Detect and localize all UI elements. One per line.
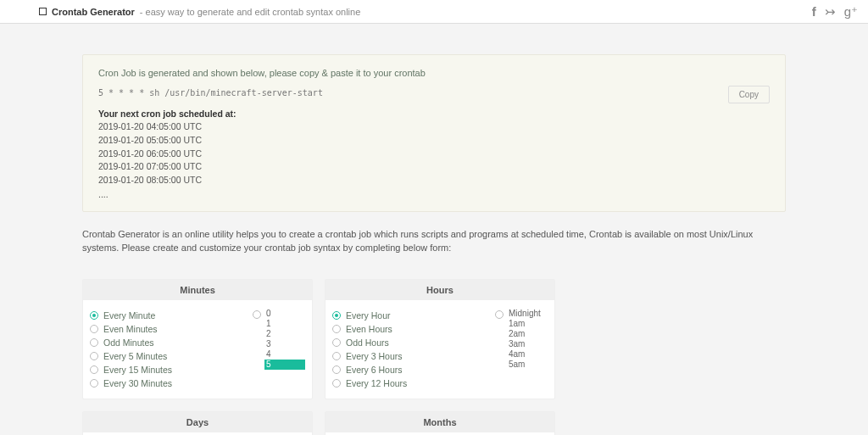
topbar: Crontab Generator - easy way to generate… [0,0,868,24]
hours-value-item[interactable]: 2am [507,329,548,339]
facebook-icon[interactable]: f [812,4,816,19]
hours-option[interactable]: Every 6 Hours [332,363,490,376]
app-subtitle: - easy way to generate and edit crontab … [140,7,361,17]
schedule-entry: 2019-01-20 06:05:00 UTC [98,148,770,161]
minutes-option[interactable]: Even Minutes [90,322,248,336]
hours-option-label: Every 3 Hours [346,351,403,361]
hours-panel: HoursEvery HourEven HoursOdd HoursEvery … [325,279,555,399]
minutes-value-item[interactable]: 4 [264,349,305,360]
radio-icon[interactable] [332,338,341,347]
hours-value-item[interactable]: 4am [507,349,548,360]
minutes-value-item[interactable]: 5 [264,360,305,370]
minutes-panel: MinutesEvery MinuteEven MinutesOdd Minut… [82,279,313,399]
hours-list-radio[interactable] [495,310,504,319]
radio-icon[interactable] [332,365,341,374]
minutes-value-item[interactable]: 0 [264,309,305,319]
months-panel: MonthsEvery MonthEven MonthsOdd MonthsEv… [325,411,555,435]
twitter-icon[interactable]: ↣ [825,4,836,20]
radio-icon[interactable] [332,379,341,388]
hours-option[interactable]: Odd Hours [332,336,490,349]
days-panel: DaysEvery DayEven DaysOdd DaysEvery 5 Da… [82,411,313,435]
hours-value-item[interactable]: 1am [507,319,548,329]
radio-icon[interactable] [90,365,98,374]
hours-option-label: Even Hours [346,324,392,334]
intro-text: Crontab Generator is an online utility h… [82,227,786,255]
schedule-ellipsis: .... [98,189,770,199]
hours-value-item[interactable]: Midnight [507,309,548,319]
schedule-entry: 2019-01-20 04:05:00 UTC [98,120,770,134]
schedule-entry: 2019-01-20 08:05:00 UTC [98,174,770,187]
months-panel-header: Months [326,412,554,432]
minutes-value-item[interactable]: 2 [264,329,305,339]
schedule-label: Your next cron job scheduled at: [98,109,770,119]
schedule-entry: 2019-01-20 07:05:00 UTC [98,160,770,174]
copy-button[interactable]: Copy [728,86,770,103]
minutes-option[interactable]: Every 30 Minutes [90,376,248,390]
minutes-option-label: Every Minute [103,310,155,321]
hours-option[interactable]: Every 12 Hours [332,376,490,390]
minutes-option[interactable]: Every Minute [90,309,248,322]
radio-icon[interactable] [90,379,98,388]
radio-icon[interactable] [90,352,98,360]
radio-icon[interactable] [332,311,341,320]
app-title: Crontab Generator [52,7,135,17]
minutes-option-label: Odd Minutes [103,337,154,348]
hours-option-label: Every Hour [346,310,391,321]
result-box: Cron Job is generated and shown below, p… [82,54,786,212]
result-message: Cron Job is generated and shown below, p… [98,67,720,80]
radio-icon[interactable] [90,338,98,347]
cron-output: 5 * * * * sh /usr/bin/minecraft-server-s… [98,80,720,103]
minutes-list-radio[interactable] [253,310,261,319]
minutes-option[interactable]: Odd Minutes [90,336,248,349]
hours-option[interactable]: Every 3 Hours [332,349,490,363]
minutes-option-label: Even Minutes [103,324,158,334]
schedule-list: 2019-01-20 04:05:00 UTC2019-01-20 05:05:… [98,120,770,187]
hours-value-list[interactable]: Midnight1am2am3am4am5am6am7am8am [507,309,548,370]
hours-panel-header: Hours [326,280,554,300]
hours-option-label: Every 12 Hours [346,378,407,388]
hours-value-item[interactable]: 5am [507,360,548,370]
minutes-value-item[interactable]: 1 [264,319,305,329]
radio-icon[interactable] [90,325,98,333]
minutes-option[interactable]: Every 5 Minutes [90,349,248,363]
logo-icon [39,8,47,15]
minutes-value-item[interactable]: 3 [264,339,305,349]
hours-value-item[interactable]: 3am [507,339,548,349]
minutes-value-list[interactable]: 012345678 [264,309,305,370]
schedule-entry: 2019-01-20 05:05:00 UTC [98,134,770,148]
hours-option[interactable]: Every Hour [332,309,490,322]
minutes-option-label: Every 5 Minutes [103,351,167,361]
radio-icon[interactable] [90,311,98,320]
days-panel-header: Days [83,412,312,432]
minutes-panel-header: Minutes [83,280,312,300]
radio-icon[interactable] [332,352,341,360]
minutes-option-label: Every 30 Minutes [103,378,172,388]
google-plus-icon[interactable]: g⁺ [844,4,858,20]
radio-icon[interactable] [332,325,341,333]
hours-option[interactable]: Even Hours [332,322,490,336]
minutes-option[interactable]: Every 15 Minutes [90,363,248,376]
minutes-option-label: Every 15 Minutes [103,365,172,375]
hours-option-label: Every 6 Hours [346,365,403,375]
hours-option-label: Odd Hours [346,337,389,348]
